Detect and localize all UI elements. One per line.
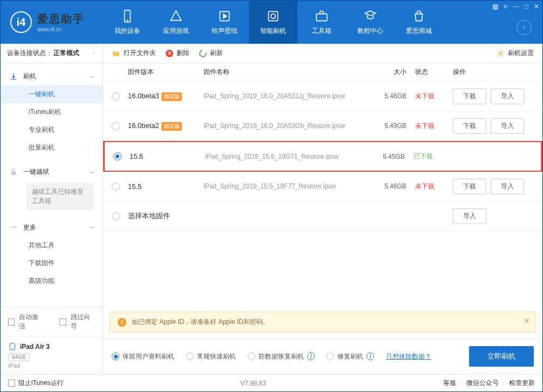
- flash-settings-button[interactable]: 刷机设置: [497, 49, 534, 58]
- svg-rect-4: [316, 13, 327, 21]
- nav-flash[interactable]: 智能刷机: [249, 1, 297, 44]
- download-button[interactable]: 下载: [453, 179, 486, 194]
- win-menu-icon[interactable]: ≡: [504, 3, 507, 10]
- header: i4 爱思助手 www.i4.cn 我的设备 应用游戏 铃声壁纸 智能刷机 工具…: [1, 1, 542, 44]
- device-info[interactable]: iPad Air 3 64GB iPad: [1, 336, 103, 374]
- svg-point-10: [12, 348, 12, 349]
- svg-rect-5: [11, 171, 16, 175]
- firmware-row[interactable]: 15.6iPad_Spring_2019_15.6_19G71_Restore.…: [103, 141, 542, 172]
- opt-anti-recovery[interactable]: 防数据恢复刷机i: [248, 352, 315, 361]
- win-min-icon[interactable]: —: [513, 3, 519, 10]
- firmware-row[interactable]: 16.0beta3测试版iPad_Spring_2019_16.0_20A531…: [103, 82, 542, 111]
- window-controls: ▦ ≡ — □ ✕: [492, 3, 539, 10]
- logo-icon: i4: [10, 11, 32, 33]
- footer-wechat[interactable]: 微信公众号: [466, 379, 499, 388]
- import-button[interactable]: 导入: [491, 118, 524, 134]
- beta-badge: 测试版: [161, 92, 182, 101]
- block-itunes-checkbox[interactable]: [8, 380, 15, 387]
- download-icon: [9, 72, 18, 81]
- folder-icon: [112, 49, 120, 58]
- nav-toolbox[interactable]: 工具箱: [297, 1, 346, 44]
- app-subtitle: www.i4.cn: [37, 26, 85, 32]
- refresh-icon: [198, 48, 208, 58]
- row-radio[interactable]: [112, 212, 120, 220]
- sidebar-more[interactable]: 更多 −: [1, 219, 103, 236]
- sidebar: 设备连接状态：正常模式 刷机 − 一键刷机 iTunes刷机 专业刷机 批量刷机…: [1, 44, 103, 374]
- svg-point-11: [500, 52, 502, 55]
- sidebar-flash[interactable]: 刷机 −: [1, 67, 103, 85]
- refresh-button[interactable]: 刷新: [199, 49, 223, 58]
- toolbar: 打开文件夹 ✕删除 刷新 刷机设置: [103, 44, 542, 63]
- import-button[interactable]: 导入: [491, 89, 524, 104]
- win-close-icon[interactable]: ✕: [534, 3, 539, 10]
- nav-ringtone[interactable]: 铃声壁纸: [200, 1, 249, 44]
- footer-support[interactable]: 客服: [443, 379, 456, 388]
- nav-store[interactable]: 爱思商城: [395, 1, 443, 44]
- auto-activate-checkbox[interactable]: [8, 319, 15, 326]
- flash-options: 保留用户资料刷机 常规快速刷机 防数据恢复刷机i 修复刷机i 只想抹除数据？ 立…: [103, 338, 542, 374]
- footer-update[interactable]: 检查更新: [509, 379, 535, 388]
- local-firmware-row[interactable]: 选择本地固件导入: [103, 201, 542, 231]
- erase-link[interactable]: 只想抹除数据？: [386, 352, 431, 361]
- collapse-icon[interactable]: −: [90, 168, 94, 177]
- download-button[interactable]: 下载: [453, 118, 486, 134]
- sidebar-batch-flash[interactable]: 批量刷机: [1, 139, 103, 157]
- firmware-row[interactable]: 15.5iPad_Spring_2019_15.5_19F77_Restore.…: [103, 172, 542, 201]
- collapse-icon[interactable]: −: [90, 72, 94, 81]
- opt-normal[interactable]: 常规快速刷机: [186, 352, 236, 361]
- warning-icon: !: [118, 318, 126, 327]
- sidebar-oneclick-flash[interactable]: 一键刷机: [1, 85, 103, 103]
- help-icon[interactable]: i: [366, 353, 374, 360]
- device-status[interactable]: 设备连接状态：正常模式: [1, 44, 103, 63]
- download-indicator-icon[interactable]: [517, 20, 532, 35]
- import-button[interactable]: 导入: [491, 179, 524, 194]
- skip-guide-checkbox[interactable]: [59, 319, 66, 326]
- flash-now-button[interactable]: 立即刷机: [469, 346, 534, 367]
- svg-point-6: [11, 227, 12, 228]
- tablet-icon: [8, 342, 17, 351]
- svg-point-7: [13, 227, 14, 228]
- delete-button[interactable]: ✕删除: [166, 49, 189, 58]
- sidebar-other-tools[interactable]: 其他工具: [1, 236, 103, 254]
- main-panel: 打开文件夹 ✕删除 刷新 刷机设置 固件版本 固件名称 大小 状态 操作 16.…: [103, 44, 542, 374]
- row-radio[interactable]: [112, 122, 120, 130]
- top-nav: 我的设备 应用游戏 铃声壁纸 智能刷机 工具箱 教程中心 爱思商城: [103, 1, 443, 44]
- download-button[interactable]: 下载: [453, 89, 486, 104]
- sidebar-pro-flash[interactable]: 专业刷机: [1, 121, 103, 139]
- beta-badge: 测试版: [161, 122, 182, 131]
- collapse-icon[interactable]: −: [90, 223, 94, 232]
- lock-icon: [9, 168, 18, 177]
- close-warning-button[interactable]: ✕: [524, 316, 530, 325]
- table-header: 固件版本 固件名称 大小 状态 操作: [103, 63, 542, 82]
- firmware-row[interactable]: 16.0beta2测试版iPad_Spring_2019_16.0_20A530…: [103, 111, 542, 141]
- row-radio[interactable]: [112, 92, 120, 100]
- row-radio[interactable]: [112, 183, 120, 191]
- win-grid-icon[interactable]: ▦: [492, 3, 498, 10]
- app-title: 爱思助手: [37, 12, 85, 26]
- row-radio[interactable]: [113, 152, 121, 160]
- more-icon: [9, 223, 18, 232]
- import-button[interactable]: 导入: [453, 208, 486, 224]
- jailbreak-note: 越狱工具已转移至工具箱: [26, 183, 94, 210]
- win-max-icon[interactable]: □: [525, 3, 528, 10]
- opt-keep-data[interactable]: 保留用户资料刷机: [112, 352, 174, 361]
- nav-my-device[interactable]: 我的设备: [103, 1, 152, 44]
- help-icon[interactable]: i: [307, 353, 315, 360]
- svg-point-1: [127, 19, 128, 21]
- chevron-right-icon: [92, 51, 96, 56]
- sidebar-advanced[interactable]: 高级功能: [1, 272, 103, 290]
- delete-icon: ✕: [166, 50, 173, 57]
- svg-point-8: [15, 227, 16, 228]
- sidebar-download-firmware[interactable]: 下载固件: [1, 254, 103, 272]
- open-folder-button[interactable]: 打开文件夹: [112, 49, 156, 58]
- nav-apps[interactable]: 应用游戏: [152, 1, 200, 44]
- sidebar-itunes-flash[interactable]: iTunes刷机: [1, 103, 103, 121]
- warning-banner: ! 如已绑定 Apple ID，请准备好 Apple ID和密码。 ✕: [110, 312, 536, 333]
- nav-tutorial[interactable]: 教程中心: [346, 1, 395, 44]
- opt-repair[interactable]: 修复刷机i: [327, 352, 374, 361]
- sidebar-jailbreak: 一键越狱 −: [1, 163, 103, 181]
- storage-badge: 64GB: [8, 353, 30, 361]
- version-label: V7.98.63: [240, 380, 266, 387]
- footer: 阻止iTunes运行 V7.98.63 客服| 微信公众号| 检查更新: [1, 374, 542, 391]
- svg-rect-3: [268, 11, 277, 21]
